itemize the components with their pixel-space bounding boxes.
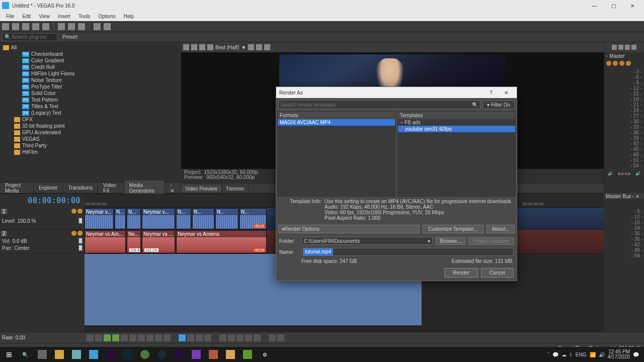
steam-task-icon[interactable]: [154, 348, 170, 360]
level-slider[interactable]: [78, 218, 83, 224]
track-fx-icon[interactable]: [71, 231, 76, 236]
minimize-button[interactable]: —: [588, 3, 601, 9]
tree-fx-item[interactable]: FXNoise Texture: [2, 77, 179, 83]
audio-clip[interactable]: Neymar vs Amiens-50;23: [176, 230, 267, 253]
selection-tool-button[interactable]: [187, 334, 194, 341]
tray-bluetooth-icon[interactable]: ᛒ: [570, 352, 573, 357]
tree-root[interactable]: All: [2, 44, 179, 51]
play-button[interactable]: [112, 334, 119, 341]
tab-media-generators[interactable]: Media Generators: [124, 180, 165, 196]
menu-file[interactable]: File: [2, 13, 18, 20]
mute-icon[interactable]: [613, 61, 618, 66]
render-button[interactable]: Render: [444, 268, 478, 278]
track-auto-icon[interactable]: [77, 209, 83, 214]
menu-edit[interactable]: Edit: [18, 13, 35, 20]
tree-folder[interactable]: 32-bit floating point: [2, 123, 179, 129]
video-clip[interactable]: N...-50;23: [239, 208, 267, 229]
tab-video-fx[interactable]: Video FX: [98, 180, 124, 196]
tray-cloud-icon[interactable]: ☁: [561, 352, 567, 357]
pan-slider[interactable]: [78, 245, 83, 251]
nvidia-icon[interactable]: [239, 348, 256, 360]
envelope-tool-button[interactable]: [204, 334, 211, 341]
tab-project-media[interactable]: Project Media: [0, 180, 34, 196]
solo-icon[interactable]: [619, 61, 624, 66]
tree-folder[interactable]: OFX: [2, 116, 179, 123]
auto-crossfade-button[interactable]: [236, 334, 244, 341]
menu-tools[interactable]: Tools: [74, 13, 94, 20]
tab-close-icon[interactable]: ▫ ✕: [165, 180, 181, 196]
overlay-icon[interactable]: [256, 44, 262, 50]
video-clip[interactable]: N...: [115, 208, 126, 229]
menu-help[interactable]: Help: [120, 13, 138, 20]
ext-monitor-icon[interactable]: [191, 44, 197, 50]
browse-button[interactable]: Browse...: [436, 237, 466, 245]
loop-button[interactable]: [95, 334, 102, 341]
cancel-button[interactable]: Cancel: [481, 268, 514, 278]
vegas-task-icon[interactable]: [86, 348, 102, 360]
fx-icon[interactable]: [606, 61, 611, 66]
play-icon[interactable]: [618, 45, 623, 50]
redo-icon[interactable]: [104, 23, 111, 30]
about-button[interactable]: About...: [487, 225, 515, 233]
tree-folder[interactable]: GPU Accelerated: [2, 129, 179, 136]
gear-icon[interactable]: [183, 44, 189, 50]
task-app-icon[interactable]: [222, 348, 238, 360]
task-app-icon[interactable]: [171, 348, 187, 360]
region-button[interactable]: [277, 334, 284, 341]
tree-fx-item[interactable]: FX(Legacy) Text: [2, 110, 179, 116]
gear-icon[interactable]: [612, 45, 617, 50]
next-frame-button[interactable]: [164, 334, 171, 341]
video-clip[interactable]: N...: [176, 208, 191, 229]
tab-trimmer[interactable]: Trimmer: [222, 185, 249, 193]
tree-folder[interactable]: HitFilm: [2, 149, 179, 155]
copy-frame-icon[interactable]: [264, 44, 270, 50]
tray-notifications-icon[interactable]: 💬: [633, 352, 639, 357]
maximize-button[interactable]: ▢: [607, 3, 620, 9]
preview-quality[interactable]: Best (Half): [215, 45, 239, 50]
grid-icon[interactable]: [248, 44, 254, 50]
video-clip[interactable]: N...: [215, 208, 238, 229]
tray-chat-icon[interactable]: 💬: [552, 352, 558, 357]
lock-button[interactable]: [245, 334, 252, 341]
premiere-task-icon[interactable]: [103, 348, 119, 360]
settings-task-icon[interactable]: ⚙: [257, 348, 273, 360]
new-icon[interactable]: [2, 23, 9, 30]
marker-button[interactable]: [269, 334, 276, 341]
master-bus-tab[interactable]: Master Bus ▫ ✕: [604, 192, 644, 199]
video-track-header[interactable]: 1 Level: 100.0 %: [0, 208, 85, 230]
tree-fx-item[interactable]: FXSolid Color: [2, 90, 179, 97]
start-button[interactable]: ⊞: [2, 348, 16, 360]
paste-icon[interactable]: [78, 23, 85, 30]
search-icon[interactable]: 🔍: [17, 348, 33, 360]
pause-button[interactable]: [121, 334, 128, 341]
copy-icon[interactable]: [68, 23, 75, 30]
tab-explorer[interactable]: Explorer: [34, 183, 63, 193]
render-search-input[interactable]: [281, 102, 472, 108]
tree-folder[interactable]: Third Party: [2, 142, 179, 149]
menu-options[interactable]: Options: [94, 13, 119, 20]
dialog-help-button[interactable]: ?: [484, 90, 499, 96]
split-icon[interactable]: [207, 44, 213, 50]
open-icon[interactable]: [12, 23, 19, 30]
formats-list[interactable]: Formats MAGIX AVC/AAC MP4: [277, 111, 395, 197]
close-button[interactable]: ✕: [626, 3, 639, 9]
plugin-search-box[interactable]: 🔍: [2, 33, 57, 41]
tab-video-preview[interactable]: Video Preview: [181, 185, 222, 193]
go-end-button[interactable]: [146, 334, 153, 341]
task-app-icon[interactable]: [188, 348, 204, 360]
customize-template-button[interactable]: Customize Template...: [423, 225, 484, 233]
video-clip[interactable]: Neymar v...: [85, 208, 114, 229]
undo-icon[interactable]: [94, 23, 101, 30]
go-start-button[interactable]: [138, 334, 145, 341]
record-button[interactable]: [87, 334, 94, 341]
zoom-tool-button[interactable]: [196, 334, 203, 341]
task-view-icon[interactable]: [34, 348, 50, 360]
download-icon[interactable]: [631, 45, 636, 50]
edit-tool-button[interactable]: [179, 334, 186, 341]
templates-list[interactable]: Templates ★FB ads ★ youtube sen31 60fps: [397, 111, 516, 197]
properties-icon[interactable]: [42, 23, 49, 30]
tray-clock[interactable]: 12:45 PM 4/17/2020: [608, 349, 630, 359]
fx-icon[interactable]: [199, 44, 205, 50]
format-item-selected[interactable]: MAGIX AVC/AAC MP4: [278, 119, 395, 126]
track-fx-icon[interactable]: [71, 209, 76, 214]
